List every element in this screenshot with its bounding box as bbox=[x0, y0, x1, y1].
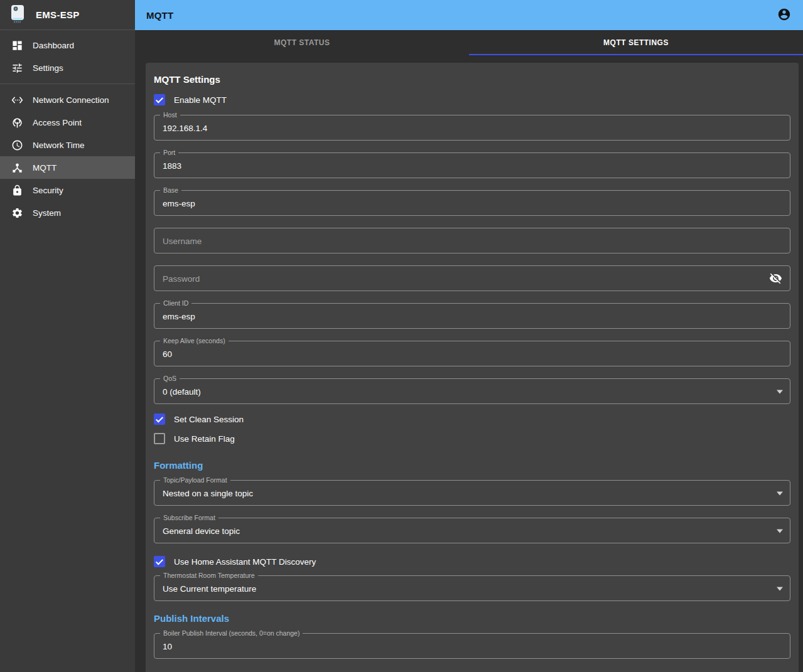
field-label: Port bbox=[160, 149, 178, 157]
field-value: Nested on a single topic bbox=[163, 488, 253, 498]
field-value: ems-esp bbox=[163, 198, 195, 208]
checkbox-label: Enable MQTT bbox=[174, 95, 227, 105]
enable-mqtt-checkbox[interactable]: Enable MQTT bbox=[154, 93, 790, 106]
content-area: MQTT Settings Enable MQTT Host 192.168.1… bbox=[135, 55, 803, 672]
checkbox-unchecked-icon bbox=[154, 433, 165, 444]
tab-mqtt-status[interactable]: MQTT STATUS bbox=[135, 30, 469, 55]
field-label: Client ID bbox=[160, 299, 191, 307]
field-value: 60 bbox=[163, 349, 172, 358]
field-value: 0 (default) bbox=[163, 387, 201, 396]
field-label: Thermostat Room Temperature bbox=[160, 572, 258, 580]
field-label: Boiler Publish Interval (seconds, 0=on c… bbox=[160, 629, 303, 637]
sidebar-item-system[interactable]: System bbox=[0, 201, 135, 224]
visibility-off-icon[interactable] bbox=[769, 272, 783, 285]
dashboard-icon bbox=[11, 39, 23, 51]
password-field[interactable]: Password bbox=[154, 265, 790, 291]
field-value: ems-esp bbox=[163, 311, 195, 321]
publish-intervals-heading: Publish Intervals bbox=[154, 613, 790, 624]
tune-icon bbox=[11, 61, 23, 74]
chevron-down-icon bbox=[777, 529, 783, 533]
main-area: MQTT MQTT STATUS MQTT SETTINGS MQTT Sett… bbox=[135, 0, 803, 672]
use-retain-flag-checkbox[interactable]: Use Retain Flag bbox=[154, 432, 790, 445]
field-label: Host bbox=[160, 111, 180, 119]
page-title: MQTT bbox=[146, 10, 173, 21]
sidebar-item-access-point[interactable]: Access Point bbox=[0, 111, 135, 134]
sidebar-item-label: Security bbox=[33, 186, 63, 195]
checkbox-label: Use Home Assistant MQTT Discovery bbox=[174, 557, 316, 567]
device-hub-icon bbox=[11, 161, 23, 174]
qos-select[interactable]: QoS 0 (default) bbox=[154, 378, 790, 404]
sidebar-item-mqtt[interactable]: MQTT bbox=[0, 156, 135, 179]
sidebar-item-label: Settings bbox=[33, 63, 63, 73]
username-field[interactable]: Username bbox=[154, 228, 790, 253]
checkbox-label: Set Clean Session bbox=[174, 415, 244, 424]
field-value: Use Current temperature bbox=[163, 584, 256, 593]
account-circle-icon[interactable] bbox=[777, 8, 792, 23]
field-value: 1883 bbox=[163, 161, 181, 170]
formatting-heading: Formatting bbox=[154, 460, 790, 471]
base-field[interactable]: Base ems-esp bbox=[154, 190, 790, 216]
field-value: 10 bbox=[163, 641, 172, 651]
sidebar-item-settings[interactable]: Settings bbox=[0, 56, 135, 79]
sidebar: EMS-ESP Dashboard Settings Network Conne… bbox=[0, 0, 135, 672]
field-label: Subscribe Format bbox=[160, 514, 218, 522]
sidebar-item-label: Access Point bbox=[33, 118, 82, 127]
topic-payload-format-select[interactable]: Topic/Payload Format Nested on a single … bbox=[154, 480, 790, 506]
chevron-down-icon bbox=[777, 491, 783, 495]
checkbox-checked-icon bbox=[154, 94, 165, 105]
sidebar-item-label: Dashboard bbox=[33, 41, 74, 50]
sidebar-item-network-connection[interactable]: Network Connection bbox=[0, 88, 135, 111]
sidebar-item-network-time[interactable]: Network Time bbox=[0, 134, 135, 156]
field-placeholder: Username bbox=[163, 236, 202, 245]
mqtt-settings-card: MQTT Settings Enable MQTT Host 192.168.1… bbox=[146, 63, 799, 672]
ha-discovery-checkbox[interactable]: Use Home Assistant MQTT Discovery bbox=[154, 555, 790, 568]
sidebar-header: EMS-ESP bbox=[0, 0, 135, 30]
ems-esp-logo-icon bbox=[9, 4, 26, 26]
sidebar-item-label: Network Time bbox=[33, 141, 85, 150]
field-label: QoS bbox=[160, 375, 180, 383]
gear-icon bbox=[11, 206, 23, 219]
sidebar-item-label: System bbox=[33, 208, 61, 218]
appbar: MQTT bbox=[135, 0, 803, 30]
boiler-publish-interval-field[interactable]: Boiler Publish Interval (seconds, 0=on c… bbox=[154, 633, 790, 659]
sidebar-item-label: MQTT bbox=[33, 163, 57, 173]
field-label: Topic/Payload Format bbox=[160, 476, 230, 484]
sidebar-divider bbox=[0, 83, 135, 84]
sidebar-item-security[interactable]: Security bbox=[0, 179, 135, 201]
checkbox-checked-icon bbox=[154, 413, 165, 425]
wifi-tethering-icon bbox=[11, 116, 23, 129]
field-value: 192.168.1.4 bbox=[163, 123, 207, 132]
tab-mqtt-settings[interactable]: MQTT SETTINGS bbox=[469, 30, 803, 55]
chevron-down-icon bbox=[777, 390, 783, 393]
checkbox-label: Use Retain Flag bbox=[174, 434, 235, 444]
field-label: Base bbox=[160, 186, 181, 195]
ethernet-icon bbox=[11, 93, 23, 106]
host-field[interactable]: Host 192.168.1.4 bbox=[154, 115, 790, 141]
keep-alive-field[interactable]: Keep Alive (seconds) 60 bbox=[154, 341, 790, 366]
subscribe-format-select[interactable]: Subscribe Format General device topic bbox=[154, 518, 790, 543]
card-heading: MQTT Settings bbox=[154, 74, 790, 85]
checkbox-checked-icon bbox=[154, 556, 165, 567]
sidebar-item-label: Network Connection bbox=[33, 95, 109, 105]
field-value: General device topic bbox=[163, 526, 240, 535]
thermostat-room-temperature-select[interactable]: Thermostat Room Temperature Use Current … bbox=[154, 575, 790, 601]
chevron-down-icon bbox=[777, 587, 783, 590]
client-id-field[interactable]: Client ID ems-esp bbox=[154, 303, 790, 329]
tab-bar: MQTT STATUS MQTT SETTINGS bbox=[135, 30, 803, 55]
port-field[interactable]: Port 1883 bbox=[154, 152, 790, 178]
sidebar-nav: Dashboard Settings Network Connection Ac… bbox=[0, 30, 135, 224]
set-clean-session-checkbox[interactable]: Set Clean Session bbox=[154, 413, 790, 425]
sidebar-item-dashboard[interactable]: Dashboard bbox=[0, 34, 135, 56]
field-label: Keep Alive (seconds) bbox=[160, 337, 229, 345]
clock-icon bbox=[11, 139, 23, 151]
lock-icon bbox=[11, 184, 23, 196]
field-placeholder: Password bbox=[163, 274, 200, 283]
app-title: EMS-ESP bbox=[36, 9, 80, 20]
